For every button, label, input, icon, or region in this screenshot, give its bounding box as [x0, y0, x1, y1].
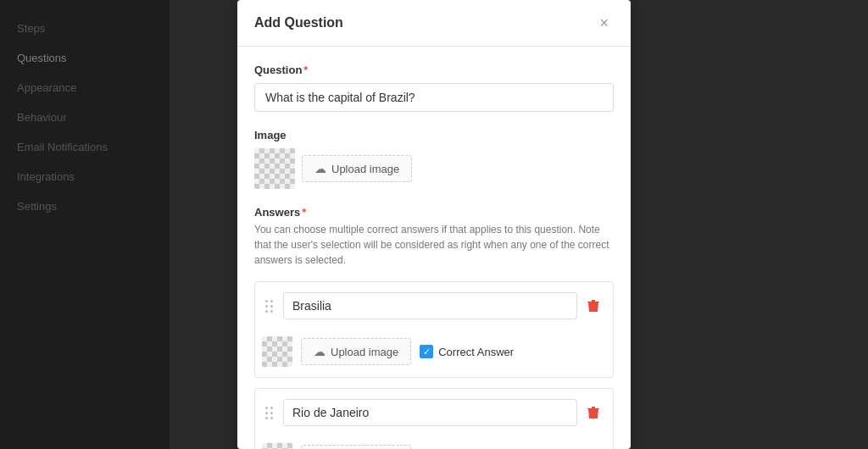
image-label: Image [254, 129, 614, 141]
drag-handle-1[interactable] [262, 298, 276, 314]
answer-2-upload-button[interactable]: ☁ Upload image [301, 445, 411, 449]
modal-header: Add Question × [237, 0, 631, 47]
delete-answer-1-button[interactable] [584, 296, 603, 316]
image-preview-thumb [254, 148, 295, 189]
modal-close-button[interactable]: × [594, 14, 614, 32]
question-group: Question* [254, 64, 614, 112]
answer-card-2-bottom: ☁ Upload image Correct Answer [255, 436, 613, 449]
answer-1-upload-button[interactable]: ☁ Upload image [301, 338, 411, 365]
modal-body: Question* Image ☁ Upload image Answe [237, 47, 631, 449]
answer-card-1-bottom: ☁ Upload image ✓ Correct Answer [255, 330, 613, 377]
answer-card-2: ☁ Upload image Correct Answer [254, 388, 614, 449]
answer-1-correct-label[interactable]: ✓ Correct Answer [420, 345, 514, 358]
question-input[interactable] [254, 83, 614, 112]
trash-icon-1 [587, 299, 599, 313]
trash-icon-2 [587, 406, 599, 419]
image-group: Image ☁ Upload image [254, 129, 614, 189]
answer-1-checkbox-checked[interactable]: ✓ [420, 345, 433, 358]
answer-1-upload-label: Upload image [331, 346, 398, 358]
upload-image-button[interactable]: ☁ Upload image [302, 155, 412, 182]
add-question-modal: Add Question × Question* Image ☁ Upload … [237, 0, 631, 449]
answers-label: Answers* [254, 206, 614, 219]
question-label: Question* [254, 64, 614, 76]
answer-input-2[interactable] [283, 399, 577, 426]
answer-1-upload-icon: ☁ [314, 345, 326, 358]
answer-input-1[interactable] [283, 292, 577, 319]
modal-title: Add Question [254, 15, 343, 30]
modal-overlay: Add Question × Question* Image ☁ Upload … [0, 0, 868, 449]
upload-icon: ☁ [314, 162, 326, 175]
upload-image-label: Upload image [331, 163, 399, 175]
delete-answer-2-button[interactable] [584, 402, 603, 423]
answer-1-image-thumb [262, 336, 292, 367]
answers-note: You can choose multiple correct answers … [254, 222, 614, 268]
answer-1-correct-text: Correct Answer [438, 346, 514, 358]
answers-group: Answers* You can choose multiple correct… [254, 206, 614, 449]
image-upload-area: ☁ Upload image [254, 148, 614, 189]
answers-required-star: * [302, 206, 306, 219]
drag-handle-2[interactable] [262, 405, 276, 421]
required-star: * [303, 64, 308, 76]
answer-2-image-thumb [262, 443, 292, 449]
answer-card-2-top [255, 389, 613, 436]
answer-card-1: ☁ Upload image ✓ Correct Answer [254, 281, 614, 378]
answer-card-1-top [255, 282, 613, 330]
